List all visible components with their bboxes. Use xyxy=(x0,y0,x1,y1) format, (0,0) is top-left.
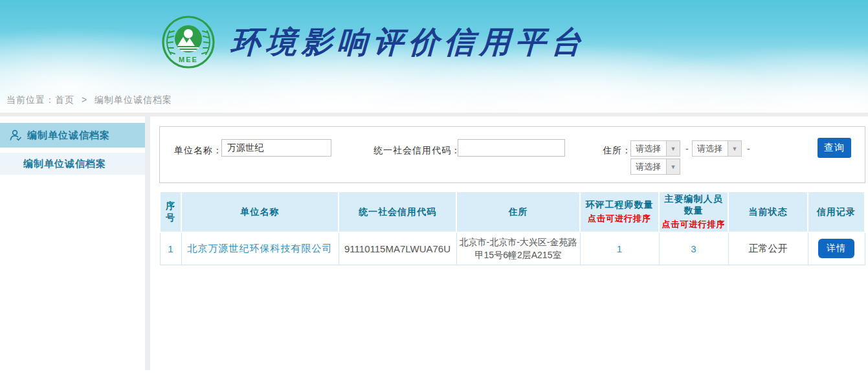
credit-code-label: 统一社会信用代码： xyxy=(373,145,461,157)
column-header-engineer-count-sort[interactable]: 环评工程师数量 点击可进行排序 xyxy=(580,192,659,232)
search-form: 单位名称： 统一社会信用代码： 住所： 请选择 ▼ - 请选择 ▼ - 请选择 … xyxy=(159,126,865,183)
unit-name-label: 单位名称： xyxy=(174,145,223,157)
column-header-credit-code: 统一社会信用代码 xyxy=(339,192,456,232)
sidebar-subitem-unit-credit-archive[interactable]: 编制单位诚信档案 xyxy=(0,153,145,175)
company-name-link[interactable]: 北京万源世纪环保科技有限公司 xyxy=(188,243,333,254)
vertical-divider xyxy=(145,116,150,370)
dropdown-arrow-icon[interactable]: ▼ xyxy=(666,159,680,174)
engineer-count-title: 环评工程师数量 xyxy=(582,199,657,211)
column-header-index: 序号 xyxy=(160,192,181,232)
credit-code-input[interactable] xyxy=(458,139,565,157)
staff-count-title: 主要编制人员数量 xyxy=(661,193,726,217)
address-label: 住所： xyxy=(603,145,632,157)
engineer-count-link[interactable]: 1 xyxy=(617,243,622,254)
status-cell: 正常公开 xyxy=(728,232,808,265)
user-check-icon xyxy=(9,129,22,142)
address-dash-1: - xyxy=(685,144,689,154)
staff-count-link[interactable]: 3 xyxy=(691,243,696,254)
sidebar-subitem-label: 编制单位诚信档案 xyxy=(23,158,106,170)
breadcrumb-label: 当前位置： xyxy=(6,94,55,105)
site-title: 环境影响评价信用平台 xyxy=(230,22,587,63)
column-header-credit-record: 信用记录 xyxy=(808,192,865,232)
mee-logo-icon: MEE xyxy=(161,14,216,70)
main-content: 单位名称： 统一社会信用代码： 住所： 请选择 ▼ - 请选择 ▼ - 请选择 … xyxy=(150,116,868,370)
dropdown-arrow-icon[interactable]: ▼ xyxy=(728,141,741,156)
table-header-row: 序号 单位名称 统一社会信用代码 住所 环评工程师数量 点击可进行排序 主要编制… xyxy=(160,192,865,232)
breadcrumb-home-link[interactable]: 首页 xyxy=(55,94,74,105)
sort-hint: 点击可进行排序 xyxy=(582,213,657,225)
sidebar: 编制单位诚信档案 编制单位诚信档案 xyxy=(0,116,145,370)
unit-name-input[interactable] xyxy=(221,139,331,157)
site-header: MEE 环境影响评价信用平台 当前位置：首页 > 编制单位诚信档案 xyxy=(0,0,868,116)
breadcrumb-current: 编制单位诚信档案 xyxy=(95,94,172,105)
column-header-staff-count-sort[interactable]: 主要编制人员数量 点击可进行排序 xyxy=(659,192,728,232)
dropdown-arrow-icon[interactable]: ▼ xyxy=(666,141,680,156)
results-table: 序号 单位名称 统一社会信用代码 住所 环评工程师数量 点击可进行排序 主要编制… xyxy=(159,191,865,265)
svg-text:MEE: MEE xyxy=(179,56,198,63)
query-button[interactable]: 查询 xyxy=(818,138,851,158)
city-select-value: 请选择 xyxy=(693,141,728,156)
breadcrumb-separator: > xyxy=(82,94,87,105)
column-header-unit-name: 单位名称 xyxy=(181,192,339,232)
credit-code-cell: 91110115MA7LWUA76U xyxy=(339,232,456,265)
sort-hint: 点击可进行排序 xyxy=(661,219,726,230)
body: 编制单位诚信档案 编制单位诚信档案 单位名称： 统一社会信用代码： 住所： 请选… xyxy=(0,116,868,370)
detail-button[interactable]: 详情 xyxy=(818,239,854,258)
row-index: 1 xyxy=(160,232,181,265)
column-header-address: 住所 xyxy=(456,192,580,232)
page: MEE 环境影响评价信用平台 当前位置：首页 > 编制单位诚信档案 编制单位诚信… xyxy=(0,0,868,374)
province-select-value: 请选择 xyxy=(631,141,666,156)
district-select-value: 请选择 xyxy=(631,159,666,174)
address-dash-2: - xyxy=(747,144,750,154)
city-select[interactable]: 请选择 ▼ xyxy=(692,140,742,157)
sidebar-item-unit-credit-archive[interactable]: 编制单位诚信档案 xyxy=(0,123,145,148)
district-select[interactable]: 请选择 ▼ xyxy=(630,159,680,175)
address-cell: 北京市-北京市-大兴区-金苑路甲15号6幢2层A215室 xyxy=(456,232,580,265)
sidebar-item-label: 编制单位诚信档案 xyxy=(27,129,110,142)
province-select[interactable]: 请选择 ▼ xyxy=(630,140,680,157)
table-row: 1 北京万源世纪环保科技有限公司 91110115MA7LWUA76U 北京市-… xyxy=(160,232,865,265)
brand: MEE 环境影响评价信用平台 xyxy=(161,14,586,70)
breadcrumb: 当前位置：首页 > 编制单位诚信档案 xyxy=(6,94,172,106)
column-header-status: 当前状态 xyxy=(728,192,808,232)
